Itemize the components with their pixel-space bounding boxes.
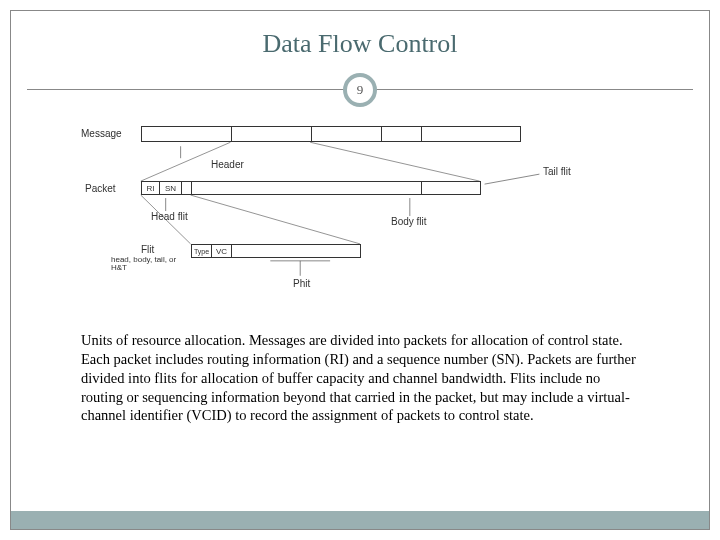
footer-bar [11,511,709,529]
flit-sublabel: head, body, tail, or H&T [111,256,189,272]
body-text: Units of resource allocation. Messages a… [81,331,639,425]
packet-sn: SN [160,182,182,194]
packet-ri: RI [142,182,160,194]
head-flit-annotation: Head flit [151,211,188,222]
flit-type: Type [192,245,212,257]
packet-bar: RI SN [141,181,481,195]
phit-annotation: Phit [293,278,310,289]
flit-label: Flit [141,244,154,255]
flit-bar: Type VC [191,244,361,258]
svg-line-7 [485,174,540,184]
page-number: 9 [357,82,364,98]
body-flit-annotation: Body flit [391,216,427,227]
page-number-badge: 9 [343,73,377,107]
slide-title: Data Flow Control [11,11,709,59]
tail-flit-annotation: Tail flit [543,166,571,177]
flit-vc: VC [212,245,232,257]
svg-line-3 [191,195,360,244]
header-annotation: Header [211,159,244,170]
message-bar [141,126,521,142]
svg-line-1 [310,142,479,181]
slide-page: Data Flow Control 9 Message [10,10,710,530]
diagram: Message Header Packet RI SN Head flit Bo… [71,116,649,316]
packet-label: Packet [85,183,116,194]
message-label: Message [81,128,122,139]
